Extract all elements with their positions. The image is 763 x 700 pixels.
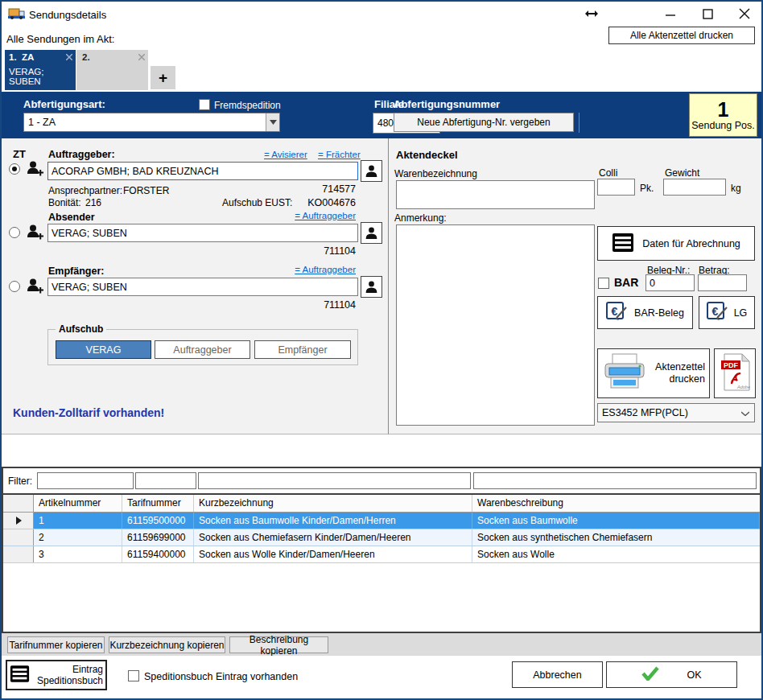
maximize-icon[interactable] xyxy=(697,6,718,22)
current-row-marker-icon xyxy=(3,513,34,529)
auftraggeber-input[interactable] xyxy=(47,162,358,180)
column-header-tarifnummer[interactable]: Tarifnummer xyxy=(122,495,194,512)
absender-contact-button[interactable] xyxy=(361,222,382,244)
beschreibung-kopieren-button[interactable]: Beschreibung kopieren xyxy=(229,636,328,653)
toolbar-separator xyxy=(579,113,579,133)
gewicht-label: Gewicht xyxy=(665,167,699,179)
aufschub-verag-button[interactable]: VERAG xyxy=(56,340,151,359)
neue-abfertigungsnummer-button[interactable]: Neue Abfertigung-Nr. vergeben xyxy=(394,113,574,132)
eintrag-label-line2: Speditionsbuch xyxy=(37,675,103,686)
ok-button[interactable]: OK xyxy=(606,661,737,688)
pdf-export-button[interactable]: PDFAdobe xyxy=(714,348,756,398)
auftraggeber-contact-button[interactable] xyxy=(361,160,382,182)
column-header-warenbeschreibung[interactable]: Warenbeschreibung xyxy=(472,495,760,512)
tarifnummer-kopieren-button[interactable]: Tarifnummer kopieren xyxy=(7,636,105,653)
sendung-pos-value: 1 xyxy=(718,99,729,120)
abbrechen-button[interactable]: Abbrechen xyxy=(512,661,603,688)
euro-document-icon: € xyxy=(606,302,628,324)
empfaenger-radio[interactable] xyxy=(9,281,20,292)
column-header-kurzbezeichnung[interactable]: Kurzbezeichnung xyxy=(194,495,472,512)
filter-input-1[interactable] xyxy=(37,472,134,489)
printer-value: ES3452 MFP(PCL) xyxy=(598,407,741,418)
add-tab-button[interactable]: + xyxy=(151,66,175,89)
bar-checkbox[interactable] xyxy=(598,278,609,289)
green-check-icon xyxy=(641,666,659,683)
fremdspedition-checkbox[interactable] xyxy=(199,99,210,110)
absender-number: 711104 xyxy=(324,245,356,257)
grid-empty-area xyxy=(3,563,760,632)
add-contact-icon[interactable] xyxy=(26,223,44,244)
resize-arrows-icon[interactable] xyxy=(581,6,602,22)
aufschub-empfaenger-button[interactable]: Empfänger xyxy=(254,340,351,359)
aufschub-group: Aufschub VERAG Auftraggeber Empfänger xyxy=(47,329,358,365)
table-row[interactable]: 3 61159400000 Socken aus Wolle Kinder/Da… xyxy=(3,546,760,563)
person-icon xyxy=(365,226,378,240)
printer-select[interactable]: ES3452 MFP(PCL) xyxy=(597,403,755,422)
betrag-input[interactable] xyxy=(698,274,747,291)
row-marker-header-cell xyxy=(3,495,34,512)
add-contact-icon[interactable] xyxy=(26,277,44,298)
aufschub-eust-label: Aufschub EUST: xyxy=(222,197,292,208)
anmerkung-label: Anmerkung: xyxy=(394,212,447,224)
dropdown-arrow-icon[interactable] xyxy=(266,113,279,131)
cell-kurzbezeichnung: Socken aus Chemiefasern Kinder/Damen/Hee… xyxy=(194,529,472,546)
absender-radio[interactable] xyxy=(9,227,20,238)
empfaenger-input[interactable] xyxy=(47,278,358,296)
daten-fuer-abrechnung-button[interactable]: Daten für Abrechnung xyxy=(597,226,755,261)
fraechter-link[interactable]: = Frächter xyxy=(318,150,361,159)
bottom-bar: Eintrag Speditionsbuch Speditionsbuch Ei… xyxy=(2,656,761,698)
bar-beleg-label: BAR-Beleg xyxy=(634,307,684,319)
cell-artikelnummer: 2 xyxy=(34,529,122,546)
aktenzettel-drucken-button[interactable]: Aktenzettel drucken xyxy=(597,348,710,398)
absender-label: Absender xyxy=(48,212,95,223)
app-truck-icon xyxy=(8,7,26,23)
sendung-pos-indicator: 1 Sendung Pos. xyxy=(689,93,757,137)
table-row[interactable]: 2 61159699000 Socken aus Chemiefasern Ki… xyxy=(3,529,760,546)
tab-1-number: 1. xyxy=(9,52,17,62)
column-header-artikelnummer[interactable]: Artikelnummer xyxy=(34,495,122,512)
aufschub-eust-value: KO004676 xyxy=(307,197,356,208)
window-title: Sendungsdetails xyxy=(29,9,106,21)
svg-text:€: € xyxy=(612,304,618,317)
filter-input-3[interactable] xyxy=(198,472,471,489)
empfaenger-label: Empfänger: xyxy=(48,266,104,277)
kurzbezeichnung-kopieren-button[interactable]: Kurzbezeichnung kopieren xyxy=(109,636,225,653)
cell-artikelnummer: 3 xyxy=(34,546,122,562)
colli-input[interactable] xyxy=(597,179,635,196)
absender-auftraggeber-link[interactable]: = Auftraggeber xyxy=(295,211,356,220)
auftraggeber-label: Auftraggeber: xyxy=(48,149,115,160)
cell-warenbeschreibung: Socken aus Wolle xyxy=(472,546,760,562)
gewicht-input[interactable] xyxy=(663,179,726,196)
lg-button[interactable]: € LG xyxy=(699,296,755,329)
euro-document-icon: € xyxy=(707,302,728,324)
filter-input-2[interactable] xyxy=(135,472,196,489)
minimize-icon[interactable] xyxy=(660,6,681,22)
warenbezeichnung-textarea[interactable] xyxy=(396,180,595,209)
aufschub-label: Aufschub xyxy=(56,323,106,335)
anmerkung-textarea[interactable] xyxy=(396,224,595,426)
eintrag-speditionsbuch-button[interactable]: Eintrag Speditionsbuch xyxy=(6,660,107,690)
empfaenger-auftraggeber-link[interactable]: = Auftraggeber xyxy=(295,265,356,274)
tab-sendung-2[interactable]: 2. xyxy=(76,50,148,90)
table-row[interactable]: 1 61159500000 Socken aus Baumwolle Kinde… xyxy=(3,513,760,529)
row-marker-cell xyxy=(3,546,34,562)
alle-aktenzettel-drucken-button[interactable]: Alle Aktenzettel drucken xyxy=(608,27,755,44)
filter-label: Filter: xyxy=(3,476,37,487)
kunden-zolltarif-note: Kunden-Zolltarif vorhanden! xyxy=(13,406,164,419)
tab-2-close-icon[interactable] xyxy=(138,52,145,62)
auftraggeber-radio[interactable] xyxy=(9,163,20,175)
beleg-nr-input[interactable] xyxy=(645,274,695,291)
close-icon[interactable] xyxy=(734,6,755,22)
filter-input-4[interactable] xyxy=(473,472,757,489)
sendung-pos-label: Sendung Pos. xyxy=(691,120,755,131)
tab-sendung-1[interactable]: 1. ZA VERAG; SUBEN xyxy=(5,50,76,90)
bar-beleg-button[interactable]: € BAR-Beleg xyxy=(597,296,693,329)
tab-1-close-icon[interactable] xyxy=(66,52,72,62)
absender-input[interactable] xyxy=(47,224,358,242)
speditionsbuch-checkbox[interactable] xyxy=(128,670,139,681)
add-contact-icon[interactable] xyxy=(26,159,44,180)
abfertigungsart-select[interactable]: 1 - ZA xyxy=(23,113,280,132)
avisierer-link[interactable]: = Avisierer xyxy=(264,150,307,159)
aufschub-auftraggeber-button[interactable]: Auftraggeber xyxy=(155,340,250,359)
empfaenger-contact-button[interactable] xyxy=(361,276,382,298)
